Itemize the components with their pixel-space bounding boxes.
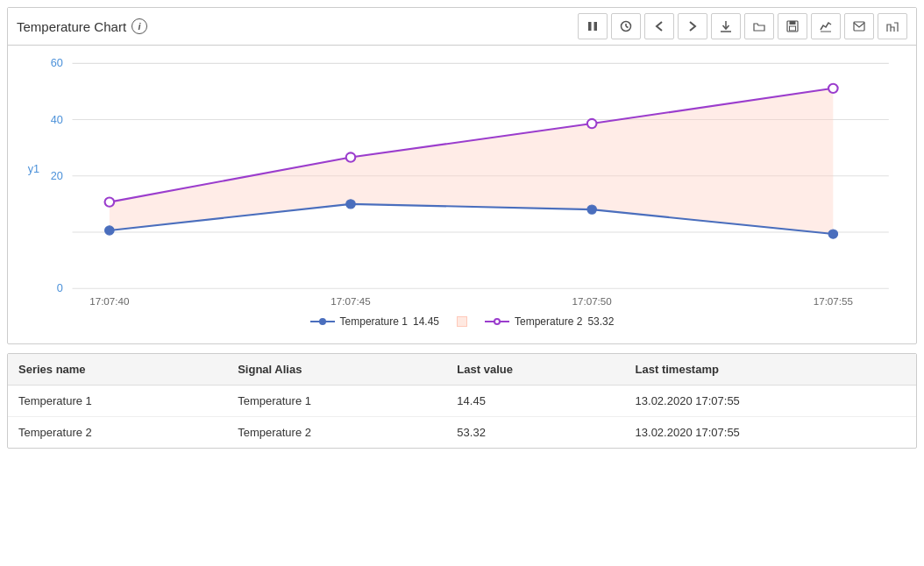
legend-item-temp2: Temperature 2 53.32: [485, 315, 614, 328]
svg-point-22: [105, 226, 115, 235]
svg-text:40: 40: [51, 114, 63, 126]
svg-rect-1: [594, 22, 598, 31]
col-last-timestamp: Last timestamp: [625, 354, 916, 386]
svg-text:y1: y1: [28, 163, 39, 175]
chart-type-button[interactable]: [811, 13, 841, 39]
pause-button[interactable]: [578, 13, 608, 39]
svg-rect-8: [790, 21, 796, 25]
chart-area: 60 40 20 0 y1: [17, 54, 907, 308]
svg-point-27: [346, 152, 356, 161]
series-table: Series name Signal Alias Last value Last…: [8, 354, 916, 448]
svg-point-28: [587, 119, 597, 128]
svg-text:17:07:55: 17:07:55: [814, 296, 853, 307]
svg-text:17:07:40: 17:07:40: [89, 296, 129, 307]
data-table: Series name Signal Alias Last value Last…: [7, 353, 917, 449]
cell-signal-alias-2: Temperature 2: [227, 417, 446, 449]
toolbar: [578, 13, 907, 39]
svg-point-24: [587, 205, 597, 214]
cell-signal-alias-1: Temperature 1: [227, 386, 446, 417]
legend-value-temp1: 14.45: [413, 315, 439, 328]
svg-rect-0: [588, 22, 592, 31]
prev-button[interactable]: [644, 13, 674, 39]
svg-rect-9: [790, 26, 796, 31]
cell-last-timestamp-1: 13.02.2020 17:07:55: [625, 386, 916, 417]
svg-text:0: 0: [57, 282, 63, 294]
email-button[interactable]: [844, 13, 874, 39]
svg-point-26: [105, 197, 115, 206]
chart-title: Temperature Chart: [17, 19, 126, 34]
svg-rect-10: [854, 22, 864, 31]
cell-last-timestamp-2: 13.02.2020 17:07:55: [625, 417, 916, 449]
cell-last-value-2: 53.32: [446, 417, 624, 449]
chart-body: 60 40 20 0 y1: [8, 46, 916, 343]
cell-series-name-1: Temperature 1: [8, 386, 227, 417]
legend-fill-box: [457, 316, 467, 327]
svg-text:17:07:45: 17:07:45: [331, 296, 370, 307]
legend-label-temp1: Temperature 1: [340, 315, 408, 328]
download-button[interactable]: [711, 13, 741, 39]
svg-marker-21: [110, 88, 834, 234]
time-button[interactable]: [611, 13, 641, 39]
svg-point-23: [346, 200, 356, 209]
chart-header: Temperature Chart i: [8, 8, 916, 46]
table-row: Temperature 1 Temperature 1 14.45 13.02.…: [8, 386, 916, 417]
chart-svg: 60 40 20 0 y1: [17, 54, 907, 308]
legend-label-temp2: Temperature 2: [515, 315, 582, 328]
cell-series-name-2: Temperature 2: [8, 417, 227, 449]
table-header-row: Series name Signal Alias Last value Last…: [8, 354, 916, 386]
folder-button[interactable]: [744, 13, 774, 39]
svg-point-29: [828, 84, 838, 93]
col-last-value: Last value: [446, 354, 624, 386]
svg-line-4: [626, 26, 629, 28]
cell-last-value-1: 14.45: [446, 386, 624, 417]
info-icon[interactable]: i: [131, 18, 147, 34]
svg-point-25: [828, 230, 838, 238]
table-row: Temperature 2 Temperature 2 53.32 13.02.…: [8, 417, 916, 449]
zoom-button[interactable]: [878, 13, 907, 39]
chart-title-area: Temperature Chart i: [17, 18, 147, 34]
col-series-name: Series name: [8, 354, 227, 386]
legend-color-box: [457, 316, 467, 327]
chart-container: Temperature Chart i: [7, 7, 917, 344]
col-signal-alias: Signal Alias: [227, 354, 446, 386]
legend: Temperature 1 14.45 Temperature 2 53.32: [17, 308, 907, 338]
next-button[interactable]: [678, 13, 707, 39]
svg-text:60: 60: [51, 58, 63, 70]
svg-text:17:07:50: 17:07:50: [572, 296, 612, 307]
legend-value-temp2: 53.32: [587, 315, 614, 328]
save-button[interactable]: [778, 13, 807, 39]
svg-text:20: 20: [51, 170, 63, 182]
legend-item-temp1: Temperature 1 14.45: [310, 315, 439, 328]
